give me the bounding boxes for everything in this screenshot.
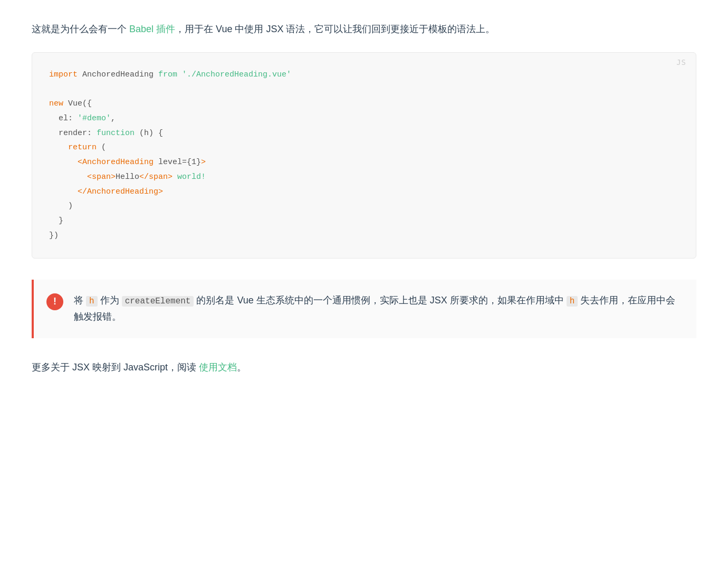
footer-text-before-link: 更多关于 JSX 映射到 JavaScript，阅读 xyxy=(32,362,199,373)
intro-paragraph: 这就是为什么会有一个 Babel 插件，用于在 Vue 中使用 JSX 语法，它… xyxy=(32,21,696,37)
code-lang-label: JS xyxy=(676,58,686,66)
footer-text-after-link: 。 xyxy=(237,362,246,373)
warning-text: 将 h 作为 createElement 的别名是 Vue 生态系统中的一个通用… xyxy=(74,292,679,326)
intro-text-before-babel: 这就是为什么会有一个 xyxy=(32,24,129,34)
warning-text-middle: 的别名是 Vue 生态系统中的一个通用惯例，实际上也是 JSX 所要求的，如果在… xyxy=(194,295,566,306)
usage-docs-link[interactable]: 使用文档 xyxy=(199,362,237,373)
code-content: import AnchoredHeading from './AnchoredH… xyxy=(49,68,679,243)
h-inline-code-2: h xyxy=(567,296,578,307)
warning-text-after-h: 作为 xyxy=(98,295,122,306)
babel-plugin-link: Babel 插件 xyxy=(129,24,175,34)
intro-text-after-babel: ，用于在 Vue 中使用 JSX 语法，它可以让我们回到更接近于模板的语法上。 xyxy=(175,24,495,34)
footer-paragraph: 更多关于 JSX 映射到 JavaScript，阅读 使用文档。 xyxy=(32,359,696,376)
warning-icon: ! xyxy=(46,293,63,310)
createElement-inline-code: createElement xyxy=(122,296,194,307)
h-inline-code: h xyxy=(86,296,98,307)
code-block: JS import AnchoredHeading from './Anchor… xyxy=(32,52,696,259)
warning-block: ! 将 h 作为 createElement 的别名是 Vue 生态系统中的一个… xyxy=(32,280,696,338)
warning-text-before-h: 将 xyxy=(74,295,86,306)
